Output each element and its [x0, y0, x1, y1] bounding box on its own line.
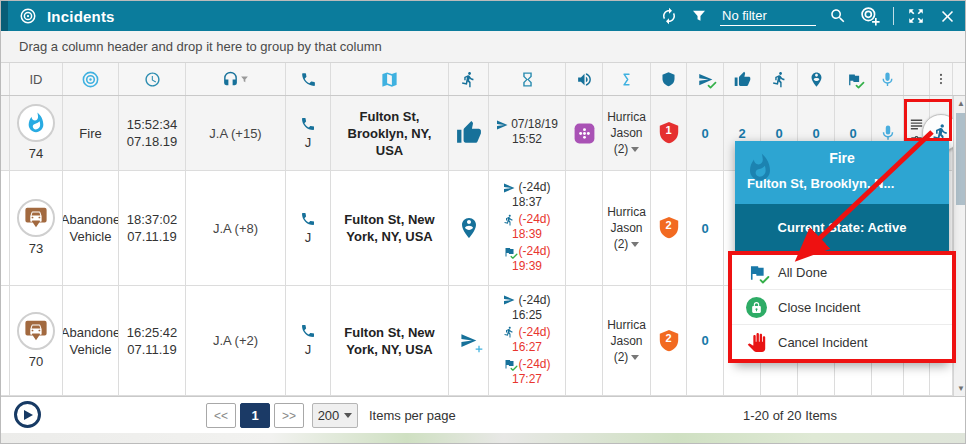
- phone-cell[interactable]: J: [286, 286, 331, 395]
- sent-status-cell[interactable]: [449, 286, 489, 395]
- schedule-cell: 07/18/19 15:52: [489, 96, 566, 170]
- column-header-operator[interactable]: [186, 63, 286, 95]
- vertical-dots-icon: [934, 71, 948, 87]
- check-icon: [510, 364, 518, 372]
- column-header-menu[interactable]: [930, 63, 953, 95]
- microphone-icon: [879, 124, 897, 142]
- page-size-select[interactable]: 200: [312, 403, 358, 428]
- incident-id-cell: 70: [10, 286, 63, 395]
- column-header-group[interactable]: [603, 63, 651, 95]
- incident-id: 74: [29, 145, 43, 162]
- table-header: ID: [1, 63, 966, 96]
- sent-count: 0: [687, 171, 724, 285]
- broadcast-cell[interactable]: [566, 96, 603, 170]
- target-icon: [81, 70, 100, 89]
- vehicle-type-badge: [17, 312, 55, 350]
- hourglass-icon: [519, 71, 536, 88]
- footer-bar: << 1 >> 200 Items per page 1-20 of 20 It…: [1, 396, 966, 433]
- menu-item-label: All Done: [778, 265, 827, 280]
- column-header-id[interactable]: ID: [10, 63, 63, 95]
- page-size-value: 200: [318, 408, 340, 423]
- phone-cell[interactable]: J: [286, 171, 331, 285]
- chevron-down-icon[interactable]: [631, 242, 639, 247]
- scrollbar-thumb[interactable]: [956, 113, 965, 205]
- incident-date: 07.18.19: [127, 133, 178, 150]
- current-page-button[interactable]: 1: [240, 403, 270, 428]
- next-page-button[interactable]: >>: [274, 403, 304, 428]
- incident-time: 15:52:34: [127, 116, 178, 133]
- alerts-cell[interactable]: 2: [651, 171, 687, 285]
- play-button[interactable]: [14, 401, 41, 428]
- filter-icon[interactable]: [691, 8, 707, 24]
- paper-plane-icon: [496, 119, 508, 131]
- search-icon[interactable]: [829, 7, 847, 25]
- acknowledged-status-cell[interactable]: [449, 96, 489, 170]
- chevron-down-icon[interactable]: [631, 355, 639, 360]
- group-cell[interactable]: Hurrica Jason (2): [603, 171, 651, 285]
- filter-input[interactable]: [720, 7, 816, 26]
- menu-item-close-incident[interactable]: Close Incident: [732, 289, 952, 324]
- group-cell[interactable]: Hurrica Jason (2): [603, 96, 651, 170]
- incident-address: Fulton St, New York, NY, USA: [331, 286, 449, 395]
- phone-icon: [300, 116, 316, 132]
- column-header-acknowledged[interactable]: [724, 63, 761, 95]
- incident-address: Fulton St, Brooklyn, NY, USA: [331, 96, 449, 170]
- vehicle-type-badge: [17, 199, 55, 237]
- menu-item-all-done[interactable]: All Done: [732, 255, 952, 289]
- timeline-time: 18:39: [512, 227, 542, 242]
- column-header-type[interactable]: [63, 63, 119, 95]
- scroll-down-icon[interactable]: ▼: [954, 381, 966, 396]
- alert-shield-badge: 2: [656, 215, 682, 241]
- expand-icon[interactable]: [907, 7, 925, 25]
- close-icon[interactable]: [938, 7, 957, 26]
- refresh-icon[interactable]: [660, 7, 678, 25]
- incident-type: Abandone Vehicle: [63, 171, 119, 285]
- incidents-window: Incidents Drag a column header and drop …: [0, 0, 966, 444]
- group-label: Hurrica Jason (2): [607, 110, 646, 156]
- column-header-phone[interactable]: [286, 63, 331, 95]
- scroll-up-icon[interactable]: ▲: [954, 96, 966, 111]
- phone-cell[interactable]: J: [286, 96, 331, 170]
- car-badge-icon: [23, 318, 49, 344]
- incident-id: 70: [29, 353, 43, 370]
- thumbs-up-icon: [734, 71, 751, 88]
- column-header-schedule[interactable]: [489, 63, 566, 95]
- onscene-status-cell[interactable]: [449, 171, 489, 285]
- prev-page-button[interactable]: <<: [206, 403, 236, 428]
- alerts-cell[interactable]: 2: [651, 286, 687, 395]
- column-header-broadcast[interactable]: [566, 63, 603, 95]
- column-header-location[interactable]: [331, 63, 449, 95]
- dispatch-date: 07/18/19: [511, 117, 558, 132]
- row-gutter: [1, 96, 10, 170]
- paper-plane-icon: [503, 294, 515, 306]
- column-header-enroute[interactable]: [761, 63, 798, 95]
- chat-dots-icon: [572, 121, 597, 146]
- phone-sub: J: [305, 341, 312, 358]
- group-by-bar: Drag a column header and drop it here to…: [1, 31, 966, 63]
- alerts-cell[interactable]: 1: [651, 96, 687, 170]
- incident-state-popup: Fire Fulton St, Brooklyn, N... Current S…: [735, 141, 949, 363]
- group-cell[interactable]: Hurrica Jason (2): [603, 286, 651, 395]
- column-header-onscene[interactable]: [798, 63, 835, 95]
- timeline-rel: (-24d): [518, 357, 550, 372]
- schedule-cell: (-24d) 16:25 (-24d) 16:27 (-24d) 17:27: [489, 286, 566, 395]
- column-header-done[interactable]: [835, 63, 872, 95]
- column-header-time[interactable]: [119, 63, 186, 95]
- column-header-voice[interactable]: [872, 63, 904, 95]
- incident-time-cell: 15:52:34 07.18.19: [119, 96, 186, 170]
- person-pin-icon: [808, 71, 825, 88]
- timeline-rel: (-24d): [518, 325, 550, 340]
- column-header-alerts[interactable]: [651, 63, 687, 95]
- row-gutter: [1, 171, 10, 285]
- column-header-responders[interactable]: [449, 63, 489, 95]
- items-range-label: 1-20 of 20 Items: [743, 408, 837, 423]
- map-icon: [380, 70, 399, 89]
- dispatch-time: 15:52: [512, 132, 542, 147]
- column-header-sent[interactable]: [687, 63, 724, 95]
- menu-item-cancel-incident[interactable]: Cancel Incident: [732, 324, 952, 359]
- chevron-down-icon[interactable]: [631, 147, 639, 152]
- add-incident-icon[interactable]: [860, 6, 880, 26]
- chevron-down-icon: [344, 413, 352, 418]
- flame-icon: [745, 153, 775, 183]
- items-per-page-label: Items per page: [369, 408, 456, 423]
